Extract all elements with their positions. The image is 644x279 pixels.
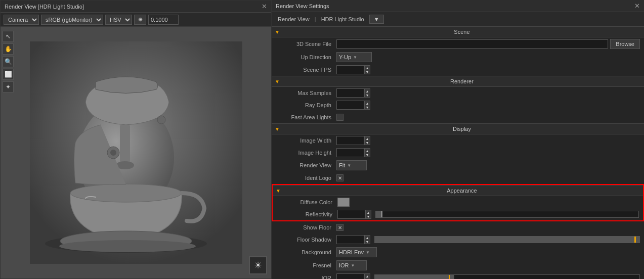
ray-depth-spinner: 2 ▲ ▼ [336, 101, 370, 110]
image-height-input[interactable]: 400 [336, 148, 364, 157]
ident-logo-control: ✕ [336, 174, 640, 181]
reflectivity-slider[interactable] [375, 211, 639, 218]
diffuse-color-swatch[interactable] [337, 198, 350, 207]
fast-area-lights-control [336, 114, 640, 121]
up-direction-label: Up Direction [276, 54, 336, 60]
up-direction-select[interactable]: Y-Up ▼ [336, 52, 372, 62]
up-direction-control: Y-Up ▼ [336, 52, 640, 62]
reflectivity-up-arrow[interactable]: ▲ [366, 210, 371, 214]
image-width-row: Image Width 400 ▲ ▼ [272, 134, 644, 147]
floor-shadow-arrows: ▲ ▼ [364, 235, 370, 244]
image-width-down-arrow[interactable]: ▼ [365, 141, 370, 145]
max-samples-label: Max Samples [276, 90, 336, 96]
left-panel: Render View [HDR Light Studio] ✕ Camera … [0, 0, 272, 279]
appearance-section-header[interactable]: ▼ Appearance [273, 185, 643, 196]
ior-slider[interactable] [374, 274, 640, 279]
background-label: Background [276, 249, 336, 255]
tool-zoom[interactable]: 🔍 [3, 56, 14, 67]
background-row: Background HDRI Env ▼ [272, 246, 644, 259]
max-samples-arrows: ▲ ▼ [364, 88, 370, 98]
ident-logo-checkbox[interactable]: ✕ [336, 174, 344, 181]
left-toolbar: Camera sRGB (rgbMonitor) HSV ⊕ 0.1000 [1, 13, 271, 27]
ior-row: IOR 2.5 ▲ ▼ [272, 272, 644, 279]
scene-fps-down-arrow[interactable]: ▼ [365, 70, 370, 74]
image-height-up-arrow[interactable]: ▲ [365, 149, 370, 153]
image-width-arrows: ▲ ▼ [364, 136, 370, 145]
background-dropdown-icon: ▼ [366, 250, 370, 255]
tab-hdr-light-studio[interactable]: HDR Light Studio [319, 15, 366, 23]
max-samples-spinner: 160 ▲ ▼ [336, 88, 370, 98]
fast-area-lights-row: Fast Area Lights [272, 111, 644, 123]
render-view-select[interactable]: Fit ▼ [336, 160, 367, 170]
floor-shadow-down-arrow[interactable]: ▼ [365, 240, 370, 244]
ray-depth-down-arrow[interactable]: ▼ [365, 105, 370, 109]
lock-icon-button[interactable]: ⊕ [134, 15, 146, 25]
fast-area-lights-checkbox[interactable] [336, 114, 344, 121]
ior-up-arrow[interactable]: ▲ [365, 274, 370, 278]
ior-spinner: 2.5 ▲ ▼ [336, 273, 370, 279]
color-mode-select[interactable]: HSV [105, 15, 132, 25]
left-close-button[interactable]: ✕ [262, 3, 267, 10]
scene-section-header[interactable]: ▼ Scene [272, 26, 644, 37]
right-toolbar: Render View | HDR Light Studio ▼ [272, 12, 644, 26]
diffuse-color-control [337, 198, 639, 207]
viewport: ↖ ✋ 🔍 ⬜ ✦ [1, 27, 271, 278]
appearance-section: ▼ Appearance Diffuse Color Reflectivity … [272, 184, 644, 221]
tool-arrow[interactable]: ↖ [3, 31, 14, 42]
ior-input[interactable]: 2.5 [336, 273, 364, 279]
fresnel-select[interactable]: IOR ▼ [336, 260, 367, 270]
scene-file-control: Browse [336, 39, 640, 49]
scene-fps-input[interactable]: 24.0 [336, 65, 364, 74]
camera-select[interactable]: Camera [4, 15, 39, 25]
image-width-spinner: 400 ▲ ▼ [336, 136, 370, 145]
scene-fps-up-arrow[interactable]: ▲ [365, 66, 370, 70]
svg-rect-4 [120, 125, 130, 165]
fresnel-row: Fresnel IOR ▼ [272, 259, 644, 272]
right-panel: Render View Settings ✕ Render View | HDR… [272, 0, 644, 279]
right-close-button[interactable]: ✕ [634, 2, 640, 10]
tab-dropdown-button[interactable]: ▼ [369, 15, 384, 24]
tool-light[interactable]: ✦ [3, 81, 14, 92]
show-floor-checkbox[interactable]: ✕ [336, 224, 344, 231]
ray-depth-input[interactable]: 2 [336, 101, 364, 110]
svg-point-6 [70, 184, 182, 202]
scene-arrow-icon: ▼ [275, 29, 280, 35]
image-height-label: Image Height [276, 150, 336, 156]
floor-shadow-up-arrow[interactable]: ▲ [365, 236, 370, 240]
image-height-down-arrow[interactable]: ▼ [365, 153, 370, 157]
render-view-control: Fit ▼ [336, 160, 640, 170]
side-tools: ↖ ✋ 🔍 ⬜ ✦ [3, 31, 14, 92]
background-select[interactable]: HDRI Env ▼ [336, 247, 377, 257]
fresnel-label: Fresnel [276, 262, 336, 268]
floor-shadow-label: Floor Shadow [276, 237, 336, 243]
up-direction-dropdown-icon: ▼ [353, 55, 357, 60]
color-space-select[interactable]: sRGB (rgbMonitor) [41, 15, 103, 25]
up-direction-row: Up Direction Y-Up ▼ [272, 51, 644, 64]
diffuse-color-label: Diffuse Color [277, 199, 337, 205]
scene-file-input[interactable] [336, 39, 608, 49]
ray-depth-up-arrow[interactable]: ▲ [365, 101, 370, 105]
image-width-up-arrow[interactable]: ▲ [365, 136, 370, 141]
tool-hand[interactable]: ✋ [3, 43, 14, 55]
display-section-header[interactable]: ▼ Display [272, 123, 644, 134]
exposure-input[interactable]: 0.1000 [148, 15, 179, 25]
renderer-section-header[interactable]: ▼ Renderer [272, 76, 644, 87]
svg-point-3 [157, 116, 165, 124]
tab-render-view[interactable]: Render View [276, 15, 312, 23]
render-view-dropdown-icon: ▼ [347, 163, 351, 168]
scene-file-row: 3D Scene File Browse [272, 37, 644, 51]
scene-section-title: Scene [283, 29, 641, 35]
sun-button[interactable]: ☀ [249, 256, 267, 274]
floor-shadow-slider[interactable] [374, 236, 640, 243]
image-width-input[interactable]: 400 [336, 136, 364, 145]
browse-button[interactable]: Browse [610, 39, 640, 49]
max-samples-down-arrow[interactable]: ▼ [365, 93, 370, 97]
floor-shadow-input[interactable]: 100.0 [336, 235, 364, 244]
reflectivity-down-arrow[interactable]: ▼ [366, 214, 371, 218]
max-samples-input[interactable]: 160 [336, 88, 364, 98]
reflectivity-input[interactable]: 0 [337, 210, 365, 219]
tool-frame[interactable]: ⬜ [3, 69, 14, 80]
scene-fps-row: Scene FPS 24.0 ▲ ▼ [272, 64, 644, 76]
settings-content: ▼ Scene 3D Scene File Browse Up Directio… [272, 26, 644, 279]
max-samples-up-arrow[interactable]: ▲ [365, 89, 370, 93]
